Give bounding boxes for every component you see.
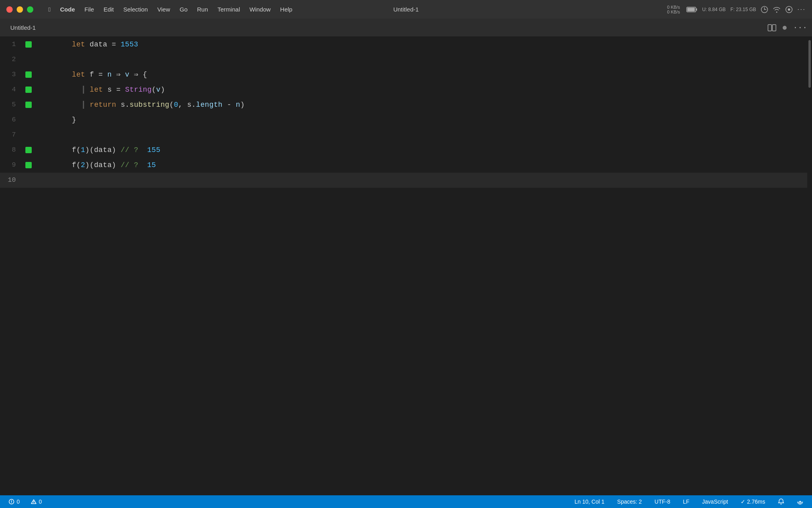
timing-text: ✓ 2.76ms: [741, 498, 765, 505]
control-center-icon: [785, 6, 793, 13]
line-1: 1 let data = 1553: [0, 37, 807, 52]
line-number-10: 10: [0, 173, 24, 188]
line-number-5: 5: [0, 97, 24, 112]
clock-icon: [761, 6, 768, 13]
broadcast-icon[interactable]: [795, 498, 806, 506]
line-number-6: 6: [0, 112, 24, 127]
line-6: 6 }: [0, 112, 807, 127]
menu-view[interactable]: View: [153, 5, 174, 14]
editor-empty-area[interactable]: [0, 188, 807, 495]
run-indicator-4[interactable]: [25, 87, 32, 93]
error-count: 0: [17, 498, 20, 505]
line-ending-text: LF: [683, 498, 689, 505]
tab-label: Untitled-1: [10, 24, 36, 31]
storage-f: F: 23.15 GB: [730, 7, 756, 12]
more-icon[interactable]: ···: [797, 5, 806, 13]
window-title: Untitled-1: [393, 6, 419, 13]
svg-point-7: [788, 8, 790, 11]
titlebar-right: 0 KB/s 0 KB/s U: 8.84 GB F: 23.15 GB: [667, 5, 806, 14]
statusbar-right: Ln 10, Col 1 Spaces: 2 UTF-8 LF JavaScri…: [572, 498, 806, 506]
more-options-button[interactable]: ···: [793, 23, 807, 32]
svg-rect-2: [696, 8, 697, 11]
line-indicator-9: [24, 162, 33, 168]
menu-help[interactable]: Help: [276, 5, 297, 14]
svg-point-12: [11, 502, 12, 503]
download-stat: 0 KB/s: [667, 10, 680, 14]
tab-actions: ···: [768, 23, 807, 32]
menu-bar:  Code File Edit Selection View Go Run T…: [44, 5, 296, 14]
scrollbar-track[interactable]: [807, 37, 812, 495]
line-number-9: 9: [0, 158, 24, 173]
spaces-text: Spaces: 2: [617, 498, 642, 505]
traffic-lights: [6, 6, 33, 13]
menu-go[interactable]: Go: [176, 5, 192, 14]
upload-stat: 0 KB/s: [667, 5, 680, 10]
errors-item[interactable]: 0: [6, 498, 22, 506]
line-number-1: 1: [0, 37, 24, 52]
minimize-button[interactable]: [17, 6, 23, 13]
menu-edit[interactable]: Edit: [100, 5, 118, 14]
line-10: 10: [0, 173, 807, 188]
cursor-position[interactable]: Ln 10, Col 1: [572, 498, 607, 506]
position-text: Ln 10, Col 1: [575, 498, 605, 505]
battery-icon: [686, 6, 697, 13]
titlebar:  Code File Edit Selection View Go Run T…: [0, 0, 812, 19]
run-indicator-8[interactable]: [25, 147, 32, 153]
line-number-2: 2: [0, 52, 24, 67]
line-number-7: 7: [0, 127, 24, 142]
run-indicator-9[interactable]: [25, 162, 32, 168]
scrollbar-thumb[interactable]: [808, 40, 811, 88]
line-indicator-3: [24, 71, 33, 78]
apple-menu[interactable]: : [44, 5, 54, 14]
warning-icon: [31, 499, 36, 504]
line-5: 5 return s.substring(0, s.length - n): [0, 97, 807, 112]
line-indicator-8: [24, 147, 33, 153]
svg-point-14: [799, 501, 801, 502]
tab-bar: Untitled-1 ···: [0, 19, 812, 37]
wifi-icon: [773, 6, 781, 13]
line-indicator-5: [24, 102, 33, 108]
notifications-icon[interactable]: [776, 498, 787, 506]
timing-item[interactable]: ✓ 2.76ms: [738, 498, 768, 506]
menu-file[interactable]: File: [80, 5, 98, 14]
encoding-text: UTF-8: [655, 498, 670, 505]
encoding-item[interactable]: UTF-8: [652, 498, 673, 506]
svg-rect-9: [772, 25, 776, 31]
indentation[interactable]: Spaces: 2: [615, 498, 644, 506]
status-dot: [783, 26, 787, 30]
language-text: JavaScript: [702, 498, 728, 505]
line-indicator-4: [24, 87, 33, 93]
line-code-10[interactable]: [33, 176, 36, 184]
statusbar: 0 0 Ln 10, Col 1 Spaces: 2 UTF-8 LF Java…: [0, 495, 812, 508]
menu-window[interactable]: Window: [245, 5, 274, 14]
line-number-4: 4: [0, 82, 24, 97]
run-indicator-3[interactable]: [25, 71, 32, 78]
close-button[interactable]: [6, 6, 13, 13]
menu-selection[interactable]: Selection: [119, 5, 152, 14]
menu-run[interactable]: Run: [193, 5, 212, 14]
error-icon: [9, 499, 14, 504]
statusbar-left: 0 0: [6, 498, 44, 506]
editor: 1 let data = 1553 2 3 let f = n ⇒ v ⇒ {: [0, 37, 812, 495]
svg-rect-1: [687, 8, 695, 11]
warnings-item[interactable]: 0: [29, 498, 44, 506]
run-indicator-5[interactable]: [25, 102, 32, 108]
line-indicator-1: [24, 41, 33, 48]
language-item[interactable]: JavaScript: [700, 498, 730, 506]
active-tab[interactable]: Untitled-1: [5, 22, 41, 33]
line-number-8: 8: [0, 142, 24, 158]
storage-u: U: 8.84 GB: [702, 7, 726, 12]
menu-code[interactable]: Code: [56, 5, 79, 14]
titlebar-left:  Code File Edit Selection View Go Run T…: [6, 5, 296, 14]
indent-guide-5: [83, 101, 84, 109]
line-number-3: 3: [0, 67, 24, 82]
network-stats: 0 KB/s 0 KB/s: [667, 5, 680, 14]
menu-terminal[interactable]: Terminal: [214, 5, 244, 14]
line-ending-item[interactable]: LF: [680, 498, 691, 506]
run-indicator-1[interactable]: [25, 41, 32, 48]
line-9: 9 f(2)(data) // ? 15: [0, 158, 807, 173]
warning-count: 0: [39, 498, 42, 505]
split-editor-button[interactable]: [768, 24, 776, 31]
maximize-button[interactable]: [27, 6, 33, 13]
svg-rect-8: [768, 25, 772, 31]
